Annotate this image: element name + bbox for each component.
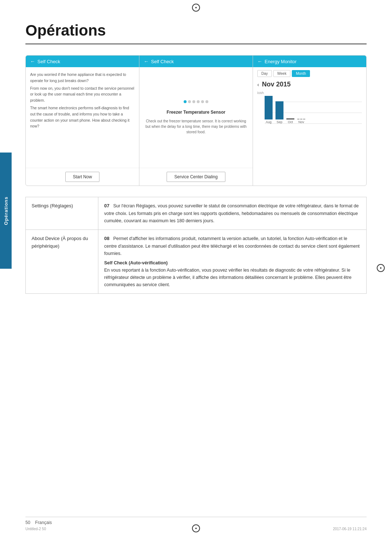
month-navigation: ‹ Nov 2015 <box>257 81 362 88</box>
bar-sep-label: Sep <box>277 120 282 124</box>
bar-oct-fill <box>286 118 294 119</box>
dot-1 <box>184 100 187 103</box>
prev-month-button[interactable]: ‹ <box>257 82 259 88</box>
panel3-header: ← Energy Monitor <box>253 56 366 67</box>
panel2-header-label: Self Check <box>151 59 174 64</box>
info-table: Settings (Réglages) 07 Sur l'écran Régla… <box>25 197 367 294</box>
current-month-label: Nov 2015 <box>262 81 291 88</box>
dot-2 <box>188 100 191 103</box>
row-settings-text: Sur l'écran Réglages, vous pouvez survei… <box>104 203 359 223</box>
page-footer: 50 Français <box>25 517 367 525</box>
page-container: Opérations Opérations ← Self Check Are y… <box>0 0 392 536</box>
row-about-text-1: Permet d'afficher les informations produ… <box>104 236 360 256</box>
ui-screenshot-box: ← Self Check Are you worried if the home… <box>25 55 367 186</box>
energy-tabs: Day Week Month <box>257 70 362 77</box>
side-tab-label: Opérations <box>3 196 9 225</box>
bar-oct-label: Oct <box>288 120 293 124</box>
self-check-description: Are you worried if the home appliance th… <box>30 72 135 129</box>
dot-5 <box>201 100 204 103</box>
bar-nov-dash <box>297 118 305 119</box>
panel1-header-label: Self Check <box>37 59 60 64</box>
reg-mark-top <box>192 4 200 12</box>
row-settings-label: Settings (Réglages) <box>26 197 98 230</box>
dot-6 <box>205 100 208 103</box>
bar-aug-fill <box>265 96 273 119</box>
back-arrow-icon-3: ← <box>257 58 262 64</box>
bottom-date-info: 2017-06-19 11:21:24 <box>333 527 367 531</box>
table-row-settings: Settings (Réglages) 07 Sur l'écran Régla… <box>26 197 367 230</box>
bar-aug: Aug <box>265 96 273 124</box>
row-about-number: 08 <box>104 236 109 241</box>
dot-4 <box>197 100 200 103</box>
progress-dots <box>184 100 208 103</box>
panel1-footer: Start Now <box>26 168 139 186</box>
row-about-label: About Device (À propos du périphérique) <box>26 230 98 293</box>
dot-3 <box>192 100 195 103</box>
panel3-body: Day Week Month ‹ Nov 2015 kWh <box>253 67 366 135</box>
panel-self-check-1: ← Self Check Are you worried if the home… <box>26 56 139 186</box>
panel1-header: ← Self Check <box>26 56 139 67</box>
side-tab: Opérations <box>0 153 12 269</box>
panel2-header: ← Self Check <box>139 56 253 67</box>
bar-sep-fill <box>275 101 283 119</box>
table-row-about-device: About Device (À propos du périphérique) … <box>26 230 367 293</box>
row-settings-content: 07 Sur l'écran Réglages, vous pouvez sur… <box>98 197 367 230</box>
tab-day[interactable]: Day <box>257 70 272 77</box>
main-content: Opérations ← Self Check Are you worried … <box>0 0 392 319</box>
chart-bars-group: Aug Sep Oct <box>265 95 362 124</box>
back-arrow-icon-2: ← <box>144 58 149 64</box>
tab-month[interactable]: Month <box>292 70 310 77</box>
row-settings-number: 07 <box>104 203 109 208</box>
panel-energy-monitor: ← Energy Monitor Day Week Month ‹ Nov 20… <box>253 56 366 186</box>
kwh-label: kWh <box>257 91 264 95</box>
self-check-sub-heading: Self Check (Auto-vérification) <box>104 259 360 267</box>
tab-week[interactable]: Week <box>273 70 290 77</box>
bar-aug-label: Aug <box>266 120 271 124</box>
bar-nov: Nov <box>297 118 305 124</box>
bottom-file-info: Untitled-2 50 <box>25 527 46 531</box>
self-check-text-1: Are you worried if the home appliance th… <box>30 72 135 84</box>
back-arrow-icon: ← <box>30 58 35 64</box>
panel2-body: Freezer Temperature Sensor Check out the… <box>139 67 253 168</box>
reg-mark-bottom <box>192 524 200 532</box>
page-title: Opérations <box>25 22 367 44</box>
self-check-text-3: The smart home electronics performs self… <box>30 105 135 129</box>
panel1-body: Are you worried if the home appliance th… <box>26 67 139 168</box>
panel2-footer: Service Center Dialing <box>139 168 253 186</box>
panel3-header-label: Energy Monitor <box>265 59 297 64</box>
bar-oct: Oct <box>286 118 294 124</box>
self-check-text-2: From now on, you don't need to contact t… <box>30 85 135 103</box>
panel-self-check-2: ← Self Check Freezer Temperature Sensor … <box>139 56 253 186</box>
row-about-content: 08 Permet d'afficher les informations pr… <box>98 230 367 293</box>
page-number: 50 Français <box>25 520 52 525</box>
sensor-title: Freezer Temperature Sensor <box>167 109 225 115</box>
sensor-description: Check out the freezer temperature sensor… <box>144 118 248 135</box>
row-about-text-2: En vous reportant à la fonction Auto-vér… <box>104 268 351 287</box>
reg-mark-right <box>377 264 385 272</box>
service-center-button[interactable]: Service Center Dialing <box>167 172 225 182</box>
bar-sep: Sep <box>275 101 283 124</box>
start-now-button[interactable]: Start Now <box>65 172 100 182</box>
bar-nov-label: Nov <box>298 120 304 124</box>
energy-chart: kWh Aug <box>257 91 362 131</box>
